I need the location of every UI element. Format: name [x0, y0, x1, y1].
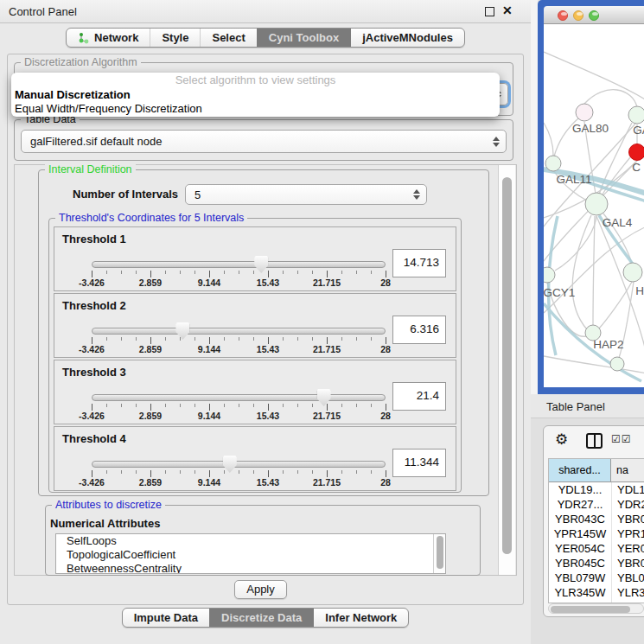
window-minimize-icon[interactable]: [573, 10, 583, 21]
node-label: GAL80: [572, 122, 609, 135]
thresholds-group-title: Threshold's Coordinates for 5 Intervals: [55, 212, 247, 224]
tick-label: -3.426: [79, 477, 105, 488]
threshold-4-value-field[interactable]: 11.344: [392, 449, 446, 477]
tick-label: 2.859: [139, 344, 162, 354]
select-columns-icon[interactable]: ☑☑: [611, 433, 632, 445]
node-gal11[interactable]: [545, 156, 561, 171]
number-of-intervals-value: 5: [194, 188, 201, 201]
table-row[interactable]: YBR045CYBR0: [549, 556, 644, 571]
table-row[interactable]: YER054CYER0: [549, 541, 644, 556]
node-label: H: [635, 284, 644, 297]
column-header-name[interactable]: na: [611, 459, 644, 482]
table-row[interactable]: YDR27...YDR2: [549, 497, 644, 512]
settings-vertical-scrollbar[interactable]: [498, 165, 515, 575]
threshold-3-value-field[interactable]: 21.4: [392, 382, 446, 411]
threshold-3-slider[interactable]: [92, 394, 386, 401]
dropdown-option-manual-discretization[interactable]: Manual Discretization: [11, 88, 500, 102]
tab-impute-data[interactable]: Impute Data: [123, 609, 209, 627]
threshold-2-value-field[interactable]: 6.316: [392, 316, 446, 344]
node-label: GAL4: [603, 216, 633, 229]
attributes-group-title: Attributes to discretize: [52, 499, 165, 511]
slider-ticks: [92, 404, 386, 411]
close-panel-button[interactable]: ✕: [502, 3, 513, 17]
node-gal80[interactable]: [576, 104, 593, 121]
list-item-topologicalcoefficient[interactable]: TopologicalCoefficient: [56, 548, 445, 562]
tick-label: 21.715: [313, 411, 341, 421]
bottom-tab-bar: Impute Data Discretize Data Infer Networ…: [0, 608, 531, 628]
tab-cyni-toolbox[interactable]: Cyni Toolbox: [257, 29, 350, 47]
node-label: HAP2: [593, 338, 623, 351]
window-close-icon[interactable]: [558, 10, 568, 21]
tick-label: -3.426: [79, 277, 105, 288]
gear-icon[interactable]: ⚙: [555, 431, 568, 449]
control-panel-title: Control Panel: [9, 5, 77, 18]
table-row[interactable]: YDL19...YDL1: [549, 482, 644, 497]
split-columns-icon[interactable]: [586, 433, 603, 449]
threshold-4-slider[interactable]: [92, 461, 386, 468]
node-partial[interactable]: [610, 357, 624, 371]
scrollbar-thumb[interactable]: [551, 606, 630, 613]
tick-label: 15.43: [257, 411, 279, 421]
attributes-list-scrollbar[interactable]: [433, 534, 445, 573]
table-horizontal-scrollbar[interactable]: [548, 603, 644, 614]
number-of-intervals-combobox[interactable]: 5: [185, 184, 427, 205]
discretization-algorithm-group-title: Discretization Algorithm: [21, 56, 141, 68]
network-view-window: GAL80 GA C GAL11 GAL4 GCY1 H HAP2: [538, 0, 644, 394]
tab-select[interactable]: Select: [200, 29, 256, 47]
table-row[interactable]: YBR043CYBR0: [549, 512, 644, 526]
top-tab-bar: Network Style Select Cyni Toolbox jActiv…: [0, 28, 531, 48]
node-gal4[interactable]: [585, 193, 608, 215]
apply-button[interactable]: Apply: [234, 580, 287, 599]
tick-label: 15.43: [257, 344, 279, 354]
table-data-combobox[interactable]: galFiltered.sif default node: [21, 130, 507, 153]
threshold-1-value-field[interactable]: 14.713: [392, 249, 446, 277]
network-window-titlebar[interactable]: [544, 6, 644, 24]
table-row[interactable]: YBL079WYBL0: [549, 571, 644, 585]
column-header-shared-name[interactable]: shared...: [549, 459, 611, 482]
node-label: C: [632, 161, 641, 174]
node-red-selected[interactable]: [629, 144, 644, 161]
tick-label: 9.144: [198, 277, 220, 288]
node-ga[interactable]: [628, 106, 644, 124]
tick-label: 2.859: [139, 277, 162, 288]
panel-divider[interactable]: [531, 0, 538, 394]
table-header-row: shared... na: [549, 459, 644, 482]
tick-label: -3.426: [79, 411, 105, 421]
node-label: GCY1: [544, 286, 575, 299]
tab-style[interactable]: Style: [150, 29, 200, 47]
threshold-2-slider[interactable]: [92, 328, 386, 335]
tick-label: 9.144: [198, 411, 220, 421]
tab-discretize-data[interactable]: Discretize Data: [209, 609, 313, 627]
tab-jactivemnodules[interactable]: jActiveMNodules: [350, 29, 464, 47]
table-data-selected-value: galFiltered.sif default node: [30, 135, 162, 148]
tab-infer-network[interactable]: Infer Network: [313, 609, 408, 627]
window-zoom-icon[interactable]: [589, 10, 599, 21]
threshold-2-label: Threshold 2: [62, 299, 126, 312]
threshold-3-label: Threshold 3: [62, 366, 126, 379]
node-h[interactable]: [623, 263, 642, 282]
number-of-intervals-label: Number of Intervals: [73, 188, 178, 201]
scrollbar-thumb[interactable]: [502, 177, 512, 554]
tick-label: 9.144: [198, 477, 220, 488]
table-row[interactable]: YPR145WYPR1: [549, 526, 644, 541]
tick-label: 28: [380, 344, 391, 354]
threshold-4-block: Threshold 4 -3.426 2.859 9.144 15.43 21.…: [54, 426, 456, 491]
tick-label: 15.43: [257, 477, 279, 488]
table-panel-title: Table Panel: [546, 400, 605, 413]
node-gcy1[interactable]: [544, 267, 555, 283]
tick-label: 28: [380, 411, 391, 421]
network-canvas[interactable]: GAL80 GA C GAL11 GAL4 GCY1 H HAP2: [544, 24, 644, 387]
tick-label: 9.144: [198, 344, 220, 354]
float-window-button[interactable]: [485, 7, 494, 16]
tick-label: 28: [380, 477, 391, 488]
threshold-1-slider[interactable]: [92, 261, 386, 268]
dropdown-option-equal-width-frequency[interactable]: Equal Width/Frequency Discretization: [11, 102, 500, 116]
slider-ticks: [92, 271, 386, 277]
list-item-betweennesscentrality[interactable]: BetweennessCentrality: [56, 562, 445, 574]
threshold-1-block: Threshold 1 -3.426 2.859 9.144 15.43 21.…: [54, 226, 456, 291]
list-item-selfloops[interactable]: SelfLoops: [56, 534, 445, 548]
table-row[interactable]: YLR345WYLR3: [549, 585, 644, 600]
scrollbar-thumb[interactable]: [437, 536, 443, 569]
threshold-2-block: Threshold 2 -3.426 2.859 9.144 15.43 21.…: [54, 293, 456, 358]
tab-network[interactable]: Network: [67, 29, 150, 47]
